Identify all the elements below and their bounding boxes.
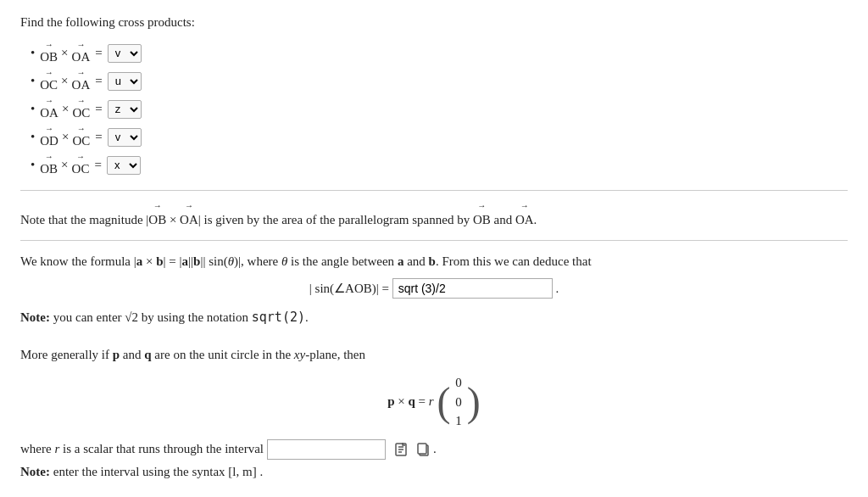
matrix-left-bracket: ( xyxy=(437,382,450,422)
divider-2 xyxy=(20,240,848,241)
period-after-icons: . xyxy=(433,442,437,456)
formula-label: | sin(∠AOB)| = xyxy=(309,278,392,299)
times-5: × xyxy=(61,158,68,172)
bullet-5: • xyxy=(31,158,35,172)
eq-5: = xyxy=(94,158,101,172)
bullet-4: • xyxy=(31,130,35,144)
times-3: × xyxy=(62,102,69,116)
formula-a: a xyxy=(136,254,143,268)
note1-vec-OB: OB xyxy=(148,201,166,230)
vec-OB-2: OB xyxy=(40,154,58,176)
vec-OA-1: OA xyxy=(72,42,91,64)
icon-copy-button[interactable] xyxy=(415,440,433,459)
matrix: ( 0 0 1 ) xyxy=(437,373,480,431)
formula-input[interactable] xyxy=(392,278,553,299)
vec-OC-4: OC xyxy=(72,154,90,176)
icon-area: . xyxy=(389,440,437,459)
cp-row-1: • OB × OA = v u z x w xyxy=(31,42,848,64)
eq-3: = xyxy=(95,102,102,116)
where-text: where r is a scalar that runs through th… xyxy=(20,442,264,456)
formula-b2: b xyxy=(193,254,200,268)
general-section: More generally if p and q are on the uni… xyxy=(20,344,848,479)
vec-expr-2: OC × OA = xyxy=(40,70,107,92)
cross-products-list: • OB × OA = v u z x w • OC × OA = v u z … xyxy=(31,42,848,176)
times-4: × xyxy=(62,130,69,144)
cp4-dropdown[interactable]: v u z x w xyxy=(108,128,142,147)
matrix-cell-1: 0 xyxy=(455,393,462,412)
formula-period: . xyxy=(553,278,559,299)
pxq-label: p xyxy=(387,394,394,409)
pxq-q: q xyxy=(408,394,415,409)
vec-expr-5: OB × OC = xyxy=(40,154,107,176)
formula-b3: b xyxy=(429,254,436,268)
eq-1: = xyxy=(95,46,102,60)
note2-text: Note: you can enter √2 by using the nota… xyxy=(20,307,848,327)
note3-label: Note: xyxy=(20,465,50,478)
cp3-dropdown[interactable]: v u z x w xyxy=(108,100,142,119)
formula-section: We know the formula |a × b| = |a||b|| si… xyxy=(20,251,848,299)
vec-OC-1: OC xyxy=(40,70,58,92)
cp1-dropdown[interactable]: v u z x w xyxy=(108,44,142,63)
page-title: Find the following cross products: xyxy=(20,15,848,30)
graph-icon xyxy=(394,442,409,457)
vec-expr-4: OD × OC = xyxy=(40,126,107,148)
vec-OA-3: OA xyxy=(40,98,58,120)
note2-label: Note: xyxy=(20,310,50,324)
formula-intro: We know the formula |a × b| = |a||b|| si… xyxy=(20,251,848,271)
cp5-dropdown[interactable]: v u z x w xyxy=(107,156,141,175)
cp2-dropdown[interactable]: v u z x w xyxy=(108,72,142,91)
bullet-2: • xyxy=(31,74,35,88)
times-1: × xyxy=(61,46,68,60)
pxq-times: × xyxy=(395,394,409,409)
formula-a2: a xyxy=(182,254,189,268)
pxq-eq: = r xyxy=(415,394,437,409)
note1-and: and xyxy=(494,213,513,226)
eq-4: = xyxy=(95,130,102,144)
matrix-cell-2: 1 xyxy=(455,411,462,431)
formula-b-sym: b xyxy=(156,254,163,268)
cp-row-4: • OD × OC = v u z x w xyxy=(31,126,848,148)
matrix-col: 0 0 1 xyxy=(452,373,465,431)
general-q: q xyxy=(144,348,151,361)
note3-text: enter the interval using the syntax [l, … xyxy=(53,465,263,478)
cp-row-5: • OB × OC = v u z x w xyxy=(31,154,848,176)
xy-plane: xy xyxy=(294,348,305,361)
matrix-right-bracket: ) xyxy=(467,382,481,422)
vec-OD-1: OD xyxy=(40,126,58,148)
sqrt-code: sqrt(2) xyxy=(252,310,305,325)
vec-expr-1: OB × OA = xyxy=(40,42,107,64)
divider-1 xyxy=(20,190,848,191)
eq-2: = xyxy=(95,74,102,88)
vec-OC-3: OC xyxy=(72,126,90,148)
bullet-3: • xyxy=(31,102,35,116)
times-2: × xyxy=(61,74,68,88)
theta-sym: θ xyxy=(228,254,234,268)
vec-OB-1: OB xyxy=(40,42,58,64)
formula-a3: a xyxy=(398,254,404,268)
note1-vec-OA: OA xyxy=(180,201,198,230)
copy-icon xyxy=(416,442,431,457)
note1-vec-OB2: OB xyxy=(473,201,491,230)
note2-section: Note: you can enter √2 by using the nota… xyxy=(20,307,848,327)
general-intro: More generally if p and q are on the uni… xyxy=(20,344,848,365)
vec-expr-3: OA × OC = xyxy=(40,98,107,120)
note1-vec-OA2: OA xyxy=(515,201,534,230)
interval-input[interactable] xyxy=(267,439,386,460)
note3-section: Note: enter the interval using the synta… xyxy=(20,465,848,479)
note1-text: Note that the magnitude |OB × OA| is giv… xyxy=(20,201,848,230)
vec-OA-2: OA xyxy=(72,70,91,92)
theta-sym2: θ xyxy=(281,254,287,268)
cp-row-3: • OA × OC = v u z x w xyxy=(31,98,848,120)
interval-line: where r is a scalar that runs through th… xyxy=(20,439,848,460)
vec-OC-2: OC xyxy=(72,98,90,120)
note1-section: Note that the magnitude |OB × OA| is giv… xyxy=(20,201,848,230)
svg-rect-5 xyxy=(418,444,426,454)
icon-graph-button[interactable] xyxy=(392,440,411,459)
general-p: p xyxy=(113,348,120,361)
bullet-1: • xyxy=(31,46,35,60)
pxq-line: p × q = r ( 0 0 1 ) xyxy=(20,373,848,431)
matrix-cell-0: 0 xyxy=(455,373,462,393)
formula-line: | sin(∠AOB)| = . xyxy=(20,278,848,299)
cp-row-2: • OC × OA = v u z x w xyxy=(31,70,848,92)
